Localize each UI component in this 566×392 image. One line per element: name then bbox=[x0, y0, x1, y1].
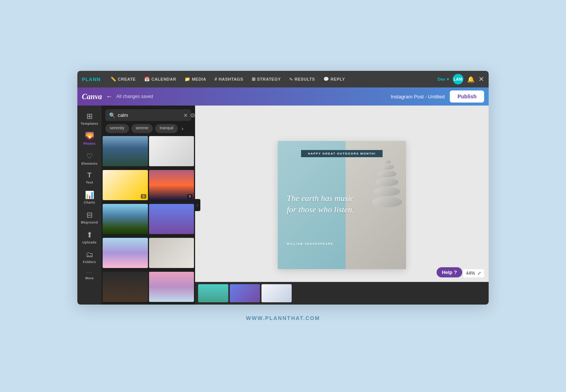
media-icon: 📁 bbox=[185, 77, 191, 82]
photo-item-pier[interactable] bbox=[149, 204, 194, 234]
photo-grid: S S bbox=[102, 136, 195, 305]
nav-results[interactable]: ∿ RESULTS bbox=[286, 75, 318, 83]
stone-4 bbox=[378, 170, 397, 177]
zoom-level: 44% bbox=[466, 271, 475, 276]
templates-label: Templates bbox=[81, 122, 98, 126]
nav-reply-label: REPLY bbox=[331, 77, 345, 81]
collapse-panel-button[interactable]: ‹ bbox=[194, 199, 200, 211]
dev-label: Dev bbox=[438, 77, 445, 81]
nav-calendar[interactable]: 📅 CALENDAR bbox=[141, 75, 179, 83]
charts-icon: 📊 bbox=[85, 190, 94, 199]
photo-item-mountain[interactable] bbox=[103, 204, 148, 234]
sidebar-item-photos[interactable]: 🌄 Photos bbox=[79, 129, 100, 148]
nav-hashtags[interactable]: # HASHTAGS bbox=[211, 75, 246, 83]
nav-right: Dev ▾ LANI 🔔 ✕ bbox=[438, 74, 484, 84]
sidebar-item-more[interactable]: ··· More bbox=[79, 267, 100, 282]
design-quote: The earth has music for those who listen… bbox=[287, 193, 362, 215]
sidebar-item-elements[interactable]: ♡ Elements bbox=[79, 149, 100, 168]
sidebar-item-folders[interactable]: 🗂 Folders bbox=[79, 247, 100, 266]
background-icon: ⊟ bbox=[86, 210, 93, 219]
charts-label: Charts bbox=[84, 201, 95, 204]
folders-icon: 🗂 bbox=[86, 250, 93, 259]
templates-icon: ⊞ bbox=[86, 112, 93, 121]
search-input[interactable] bbox=[118, 112, 181, 118]
user-avatar[interactable]: LANI bbox=[453, 74, 463, 84]
design-author: WILLIAM SHAKESPEARE bbox=[287, 242, 333, 245]
sidebar-item-background[interactable]: ⊟ Bkground bbox=[79, 207, 100, 227]
back-button[interactable]: ← bbox=[106, 93, 112, 101]
stone-stack bbox=[372, 160, 402, 207]
help-label: Help bbox=[442, 270, 452, 275]
photo-item-purple[interactable] bbox=[149, 272, 194, 302]
brand-logo: PLANN bbox=[82, 77, 101, 82]
user-initials: LANI bbox=[454, 77, 462, 81]
photos-icon: 🌄 bbox=[85, 132, 94, 141]
tag-tranquil[interactable]: tranquil bbox=[155, 124, 178, 133]
photo-item-meditation[interactable] bbox=[103, 272, 148, 302]
doc-title: Instagram Post - Untitled bbox=[391, 94, 444, 100]
hashtag-icon: # bbox=[214, 77, 217, 82]
publish-button[interactable]: Publish bbox=[450, 90, 484, 103]
tag-serene[interactable]: serene bbox=[131, 124, 153, 133]
sidebar-item-text[interactable]: T Text bbox=[79, 168, 100, 187]
bottom-thumbnail-strip bbox=[195, 282, 489, 305]
filter-icon[interactable]: ⊜ bbox=[190, 112, 195, 119]
nav-media[interactable]: 📁 MEDIA bbox=[181, 75, 209, 83]
top-nav: PLANN ✏️ CREATE 📅 CALENDAR 📁 MEDIA # HAS… bbox=[77, 71, 489, 87]
background-label: Bkground bbox=[81, 220, 98, 224]
more-icon: ··· bbox=[86, 270, 92, 275]
elements-icon: ♡ bbox=[86, 152, 93, 161]
photo-item-stones[interactable] bbox=[149, 238, 194, 268]
tags-arrow-icon[interactable]: › bbox=[180, 124, 185, 133]
app-window: PLANN ✏️ CREATE 📅 CALENDAR 📁 MEDIA # HAS… bbox=[77, 71, 489, 305]
nav-items: ✏️ CREATE 📅 CALENDAR 📁 MEDIA # HASHTAGS … bbox=[108, 75, 438, 83]
sidebar-item-charts[interactable]: 📊 Charts bbox=[79, 187, 100, 207]
photo-badge-sunset: S bbox=[187, 194, 192, 199]
nav-reply[interactable]: 💬 REPLY bbox=[320, 75, 348, 83]
more-label: More bbox=[85, 276, 94, 280]
photo-item-sunset[interactable]: S bbox=[149, 170, 194, 200]
clear-search-icon[interactable]: ✕ bbox=[183, 112, 188, 118]
text-icon: T bbox=[88, 172, 92, 179]
icon-sidebar: ⊞ Templates 🌄 Photos ♡ Elements T Text 📊… bbox=[77, 106, 102, 305]
nav-strategy-label: STRATEGY bbox=[257, 77, 281, 81]
text-label: Text bbox=[86, 181, 93, 184]
design-card[interactable]: HAPPY GREAT OUTDOORS MONTH! The earth ha… bbox=[278, 141, 406, 269]
results-icon: ∿ bbox=[289, 77, 293, 82]
photo-badge-kid: S bbox=[141, 194, 146, 199]
nav-strategy[interactable]: ⊞ STRATEGY bbox=[249, 75, 284, 83]
photo-item-kid[interactable]: S bbox=[103, 170, 148, 200]
dev-chevron-icon: ▾ bbox=[447, 77, 449, 82]
collapse-icon: ‹ bbox=[197, 203, 198, 207]
dev-badge[interactable]: Dev ▾ bbox=[438, 77, 449, 82]
help-icon: ? bbox=[454, 270, 457, 275]
stone-3 bbox=[376, 178, 398, 186]
nav-create-label: CREATE bbox=[118, 77, 135, 81]
thumbnail-interior[interactable] bbox=[261, 284, 292, 302]
canvas-area[interactable]: HAPPY GREAT OUTDOORS MONTH! The earth ha… bbox=[195, 106, 489, 305]
footer-website: WWW.PLANNTHAT.COM bbox=[246, 315, 320, 321]
nav-results-label: RESULTS bbox=[295, 77, 315, 81]
create-icon: ✏️ bbox=[111, 77, 117, 82]
photo-item-meeting[interactable] bbox=[149, 136, 194, 166]
saved-status: All changes saved bbox=[116, 94, 391, 99]
help-button[interactable]: Help ? bbox=[437, 267, 462, 277]
photo-item-lake[interactable] bbox=[103, 136, 148, 166]
bell-icon[interactable]: 🔔 bbox=[467, 76, 475, 83]
sidebar-item-templates[interactable]: ⊞ Templates bbox=[79, 109, 100, 128]
search-icon: 🔍 bbox=[109, 112, 115, 118]
nav-create[interactable]: ✏️ CREATE bbox=[108, 75, 139, 83]
photo-item-lake3[interactable] bbox=[103, 238, 148, 268]
zoom-control: 44% ⤢ bbox=[463, 269, 484, 277]
expand-icon[interactable]: ⤢ bbox=[477, 271, 481, 276]
thumbnail-laptop[interactable] bbox=[230, 284, 260, 302]
thumbnail-beach[interactable] bbox=[198, 284, 228, 302]
photos-label: Photos bbox=[83, 142, 95, 145]
canva-bar: Canva ← All changes saved Instagram Post… bbox=[77, 87, 489, 106]
sidebar-item-uploads[interactable]: ⬆ Uploads bbox=[79, 227, 100, 247]
tag-serenity[interactable]: serenity bbox=[105, 124, 129, 133]
folders-label: Folders bbox=[83, 260, 96, 264]
photos-panel: 🔍 ✕ ⊜ serenity serene tranquil › bbox=[102, 106, 195, 305]
close-icon[interactable]: ✕ bbox=[478, 75, 484, 83]
strategy-icon: ⊞ bbox=[252, 77, 256, 82]
